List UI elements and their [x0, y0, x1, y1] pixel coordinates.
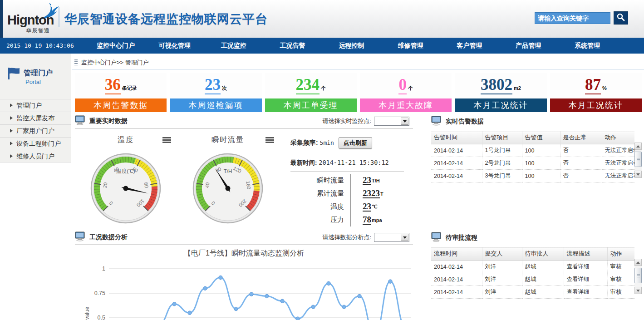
stat-value[interactable]: 3802 — [481, 76, 512, 94]
sidebar-item-device-engineer-portal[interactable]: 设备工程师门户 — [0, 137, 71, 150]
dropdown-arrow-icon[interactable] — [401, 118, 408, 125]
stat-card-monthly-condition-area[interactable]: 3802m2 本月工况统计 — [455, 73, 546, 112]
sidebar-item-factory-user-portal[interactable]: 厂家用户门户 — [0, 124, 71, 137]
nav-item-visualization-mgmt[interactable]: 可视化管理 — [145, 38, 204, 54]
scroll-down-icon[interactable] — [634, 171, 642, 178]
monitor-point-select[interactable] — [374, 117, 409, 126]
breadcrumb-path[interactable]: 监控中心门户>> 管理门户 — [81, 59, 149, 67]
stat-unit: 条记录 — [122, 85, 137, 91]
stat-value[interactable]: 23 — [205, 76, 221, 94]
arrow-right-icon — [10, 142, 13, 145]
sidebar-item-maintenance-staff-portal[interactable]: 维修人员门户 — [0, 150, 71, 162]
temperature-gauge-menu-icon[interactable] — [162, 137, 171, 143]
svg-text:0.75: 0.75 — [94, 290, 105, 296]
reading-unit: T/H — [372, 178, 380, 183]
col-flow-time: 流程时间 — [431, 247, 482, 261]
flow-gauge-block: 瞬时流量 — [192, 135, 264, 145]
nav-item-condition-alarm[interactable]: 工况告警 — [263, 38, 322, 54]
title-divider — [59, 7, 59, 27]
line-chart-title: 【电厂1号线】瞬时流量动态监测分析 — [75, 249, 413, 258]
nav-items: 监控中心门户 可视化管理 工况监控 工况告警 远程控制 维修管理 客户管理 产品… — [86, 38, 617, 54]
stat-label: 本月重大故障 — [360, 98, 452, 112]
main-navbar: 2015-10-19 10:43:06 监控中心门户 可视化管理 工况监控 工况… — [0, 38, 644, 54]
freq-label: 采集频率: — [290, 139, 318, 146]
stat-value[interactable]: 36 — [105, 76, 121, 94]
portal-header[interactable]: 管理门户 Portal — [0, 54, 71, 99]
nav-item-monitor-center-portal[interactable]: 监控中心门户 — [86, 38, 145, 54]
nav-item-customer-mgmt[interactable]: 客户管理 — [440, 38, 499, 54]
svg-text:1: 1 — [102, 266, 105, 272]
breadcrumb: 监控中心门户>> 管理门户 — [72, 55, 644, 69]
svg-text:20: 20 — [102, 182, 108, 188]
stat-card-weekly-alarms[interactable]: 36条记录 本周告警数据 — [75, 73, 167, 112]
svg-text:value: value — [84, 306, 90, 320]
realtime-data-panel: 重要实时数据 请选择实时监控点: 温度 020406080100温度(℃) 瞬时… — [75, 114, 413, 229]
portal-title: 管理门户 — [24, 69, 53, 78]
approval-row[interactable]: 2014-02-14刘洋赵城查看详细审核 — [431, 286, 634, 299]
sidebar-item-mgmt-portal[interactable]: 管理门户 — [0, 99, 71, 112]
monitor-point-select-label: 请选择实时监控点: — [322, 117, 371, 125]
dropdown-arrow-icon[interactable] — [401, 234, 408, 241]
nav-item-remote-control[interactable]: 远程控制 — [322, 38, 381, 54]
search-input[interactable] — [535, 12, 610, 24]
stat-unit: 个 — [408, 85, 413, 91]
stat-card-monthly-condition-percent[interactable]: 87% 本月工况统计 — [550, 73, 642, 112]
analysis-point-select[interactable] — [374, 233, 409, 242]
alarm-row[interactable]: 2014-02-141号龙门吊100否无法正常启动 — [431, 144, 634, 157]
stat-value[interactable]: 87 — [585, 76, 601, 94]
logo-subtext: 华辰智通 — [26, 27, 50, 34]
stat-card-weekly-workorders[interactable]: 234个 本周工单受理 — [265, 73, 357, 112]
scroll-up-icon[interactable] — [634, 259, 642, 266]
stat-label: 本周巡检漏项 — [170, 98, 261, 112]
scrollbar-thumb[interactable] — [634, 268, 642, 283]
search-icon — [616, 13, 625, 23]
monitor-icon — [75, 115, 86, 127]
approval-table-scrollbar[interactable] — [634, 259, 642, 294]
stat-unit: m2 — [514, 85, 521, 91]
flow-gauge: 04080120160200T/H — [192, 151, 264, 224]
stat-card-weekly-inspection-misses[interactable]: 23次 本周巡检漏项 — [170, 73, 261, 112]
temperature-gauge-title: 温度 — [89, 135, 162, 145]
approval-row[interactable]: 2014-02-14刘洋赵城查看详细审核 — [431, 273, 634, 286]
nav-item-condition-monitor[interactable]: 工况监控 — [204, 38, 263, 54]
approval-table-header: 流程时间 提交人 待审批人 流程描述 动作 — [431, 247, 634, 261]
flow-gauge-menu-icon[interactable] — [265, 137, 274, 143]
scrollbar-thumb[interactable] — [634, 152, 642, 167]
stat-value[interactable]: 0 — [398, 76, 407, 94]
realtime-alarm-panel: 实时告警数据 告警时间 告警项目 告警值 是否正常 动作 2014-02-141… — [431, 114, 642, 229]
nav-item-product-mgmt[interactable]: 产品管理 — [499, 38, 558, 54]
divider — [290, 172, 404, 172]
alarm-row[interactable]: 2014-02-142号龙门吊100否无法正常启动 — [431, 157, 634, 170]
reading-value: 23 — [363, 202, 371, 212]
reading-row-flow: 瞬时流量 23T/H — [290, 174, 412, 187]
stats-row: 36条记录 本周告警数据 23次 本周巡检漏项 234个 本周工单受理 0个 本… — [75, 73, 642, 112]
stat-card-monthly-major-faults[interactable]: 0个 本月重大故障 — [360, 73, 452, 112]
temperature-gauge-block: 温度 — [89, 135, 162, 145]
nav-item-system-mgmt[interactable]: 系统管理 — [558, 38, 617, 54]
temperature-gauge: 020406080100温度(℃) — [89, 151, 162, 224]
reading-value: 2323 — [363, 189, 380, 198]
reading-label: 累计流量 — [290, 189, 344, 198]
alarm-table-scrollbar[interactable] — [634, 143, 642, 178]
scroll-down-icon[interactable] — [634, 287, 642, 294]
stat-unit: 个 — [321, 85, 326, 91]
alarm-row[interactable]: 2014-02-143号龙门吊100否无法正常启动 — [431, 170, 634, 182]
header-edge-strip — [0, 0, 3, 38]
refresh-button[interactable]: 点击刷新 — [339, 137, 372, 149]
col-submitter: 提交人 — [482, 247, 522, 261]
scroll-up-icon[interactable] — [634, 143, 642, 150]
approval-row[interactable]: 2014-02-14刘洋赵城查看详细审核 — [431, 261, 634, 273]
col-flow-desc: 流程描述 — [564, 247, 607, 261]
nav-item-maintenance-mgmt[interactable]: 维修管理 — [381, 38, 440, 54]
monitor-icon — [431, 116, 442, 128]
stat-value[interactable]: 234 — [296, 76, 320, 94]
arrow-right-icon — [10, 103, 13, 107]
col-alarm-action: 动作 — [602, 131, 634, 144]
sidebar-item-screen-publish[interactable]: 监控大屏发布 — [0, 112, 71, 124]
breadcrumb-icon — [74, 59, 78, 65]
search-button[interactable] — [614, 11, 628, 25]
arrow-right-icon — [10, 154, 13, 158]
section-title-approval: 待审批流程 — [446, 234, 477, 242]
freq-value: 5min — [320, 139, 334, 146]
svg-text:80: 80 — [143, 182, 150, 188]
